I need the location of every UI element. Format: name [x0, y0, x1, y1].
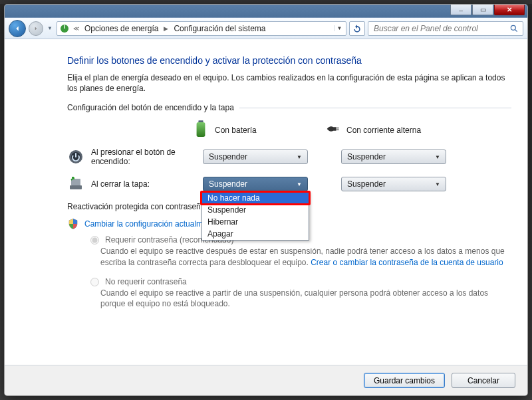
power-options-icon — [59, 23, 70, 34]
page-title: Definir los botones de encendido y activ… — [67, 55, 511, 66]
battery-column-label: Con batería — [215, 126, 257, 135]
no-password-radio[interactable] — [90, 278, 99, 286]
close-button[interactable] — [494, 5, 525, 15]
create-change-password-link[interactable]: Crear o cambiar la contraseña de la cuen… — [311, 258, 503, 267]
breadcrumb-chevron[interactable]: ≪ — [72, 25, 80, 32]
no-password-description: Cuando el equipo se reactive a partir de… — [100, 288, 511, 309]
minimize-button[interactable] — [450, 5, 471, 15]
footer: Guardar cambios Cancelar — [5, 365, 527, 395]
svg-rect-7 — [336, 130, 339, 130]
svg-rect-1 — [64, 25, 65, 28]
search-input[interactable] — [372, 23, 519, 34]
section-header-label: Configuración del botón de encendido y l… — [67, 103, 234, 112]
combo-value: Suspender — [347, 152, 386, 161]
svg-rect-4 — [198, 121, 203, 123]
svg-point-2 — [511, 25, 515, 30]
search-box[interactable] — [368, 21, 523, 36]
no-password-block: No requerir contraseña Cuando el equipo … — [87, 277, 511, 309]
power-button-battery-combo[interactable]: Suspender ▼ — [203, 150, 308, 164]
page-intro: Elija el plan de energía deseado en el e… — [67, 72, 511, 94]
lid-close-battery-combo[interactable]: Suspender ▼ No hacer nada Suspender Hibe… — [203, 177, 308, 191]
svg-rect-5 — [197, 122, 205, 137]
forward-button[interactable] — [29, 21, 43, 36]
chevron-down-icon: ▼ — [432, 181, 443, 187]
arrow-right-icon — [33, 25, 39, 32]
breadcrumb-segment[interactable]: Opciones de energía — [82, 24, 161, 33]
combo-value: Suspender — [347, 179, 386, 189]
lid-close-row: Al cerrar la tapa: Suspender ▼ No hacer … — [67, 175, 511, 193]
dropdown-option-suspend[interactable]: Suspender — [202, 204, 309, 216]
battery-column-header: Con batería — [194, 119, 299, 141]
section-header-label: Reactivación protegida con contraseñ — [67, 202, 201, 211]
plug-icon — [325, 119, 340, 141]
chevron-down-icon: ▼ — [294, 181, 305, 187]
power-button-ac-combo[interactable]: Suspender ▼ — [341, 150, 446, 164]
lid-close-icon — [67, 175, 84, 193]
refresh-button[interactable] — [349, 21, 365, 36]
combo-value: Suspender — [209, 179, 247, 189]
no-password-radio-row: No requerir contraseña — [87, 277, 511, 286]
section-divider — [239, 108, 511, 108]
dropdown-option-shutdown[interactable]: Apagar — [202, 228, 309, 240]
recent-pages-dropdown[interactable]: ▼ — [46, 22, 54, 35]
power-button-icon — [67, 148, 84, 165]
svg-rect-6 — [336, 128, 339, 128]
save-button[interactable]: Guardar cambios — [364, 373, 445, 388]
ac-column-label: Con corriente alterna — [346, 126, 421, 135]
svg-rect-10 — [70, 185, 82, 189]
maximize-button[interactable] — [472, 5, 493, 15]
power-button-label: Al presionar el botón de encendido: — [91, 148, 196, 166]
require-password-description: Cuando el equipo se reactive después de … — [100, 246, 511, 267]
lid-close-ac-combo[interactable]: Suspender ▼ — [341, 177, 446, 191]
dropdown-option-do-nothing[interactable]: No hacer nada — [202, 192, 309, 204]
breadcrumb-history-dropdown[interactable]: ▼ — [334, 25, 344, 31]
breadcrumb[interactable]: ≪ Opciones de energía ▶ Configuración de… — [57, 21, 346, 36]
shield-icon — [67, 218, 79, 230]
lid-close-battery-dropdown: No hacer nada Suspender Hibernar Apagar — [201, 191, 309, 241]
breadcrumb-segment[interactable]: Configuración del sistema — [171, 24, 268, 33]
navbar: ▼ ≪ Opciones de energía ▶ Configuración … — [5, 18, 527, 39]
search-icon — [509, 24, 519, 33]
chevron-down-icon: ▼ — [432, 154, 443, 160]
cancel-button[interactable]: Cancelar — [452, 373, 515, 388]
refresh-icon — [352, 24, 362, 33]
combo-value: Suspender — [209, 152, 247, 161]
chevron-down-icon: ▼ — [294, 154, 305, 160]
dropdown-option-hibernate[interactable]: Hibernar — [202, 216, 309, 228]
no-password-label: No requerir contraseña — [105, 277, 187, 286]
ac-column-header: Con corriente alterna — [325, 119, 430, 141]
content-area: Definir los botones de encendido y activ… — [5, 39, 527, 365]
power-source-columns: Con batería Con corriente alterna — [194, 119, 511, 141]
arrow-left-icon — [13, 24, 22, 33]
section-header-buttons-lid: Configuración del botón de encendido y l… — [67, 103, 511, 112]
power-button-row: Al presionar el botón de encendido: Susp… — [67, 148, 511, 166]
back-button[interactable] — [9, 20, 26, 37]
titlebar — [5, 5, 527, 18]
svg-line-3 — [515, 29, 517, 31]
battery-icon — [194, 119, 208, 141]
lid-close-label: Al cerrar la tapa: — [91, 179, 196, 189]
svg-rect-11 — [71, 179, 80, 185]
breadcrumb-chevron[interactable]: ▶ — [162, 25, 170, 32]
control-panel-window: ▼ ≪ Opciones de energía ▶ Configuración … — [4, 4, 528, 396]
require-password-radio[interactable] — [90, 236, 99, 245]
change-unavailable-settings-link[interactable]: Cambiar la configuración actualm — [84, 219, 203, 229]
